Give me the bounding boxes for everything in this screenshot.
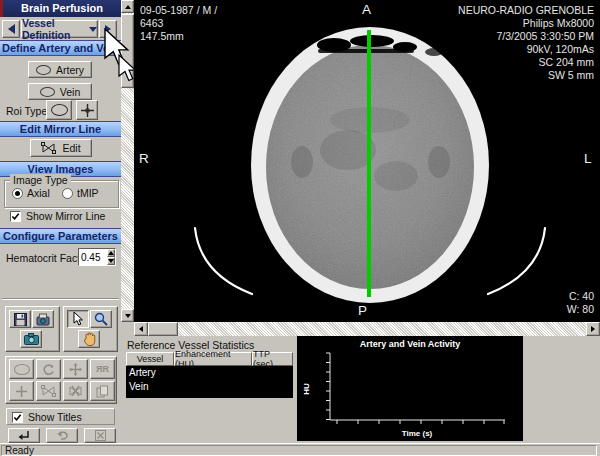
- scrollbar-thumb[interactable]: [148, 322, 178, 336]
- flip-button[interactable]: ЯR: [90, 359, 115, 379]
- mirror-line-button[interactable]: [36, 381, 61, 401]
- spin-up-icon[interactable]: [107, 249, 115, 257]
- window-level-info: C: 40 W: 80: [567, 290, 594, 316]
- chevron-down-icon: [89, 27, 97, 32]
- mirror-midline[interactable]: [367, 30, 371, 297]
- table-body: Artery Vein: [126, 366, 293, 398]
- image-type-legend: Image Type: [10, 174, 71, 186]
- show-mirror-line-checkbox[interactable]: Show Mirror Line: [10, 210, 105, 222]
- status-bar: Ready: [0, 443, 600, 456]
- arrow-left-icon: [8, 24, 15, 34]
- camera-icon: [24, 333, 39, 345]
- camera-button[interactable]: [20, 330, 42, 348]
- table-header-row: Vessel Enhancement (HU) TTP (sec): [126, 352, 293, 366]
- activity-chart: Artery and Vein Activity HU Time (s): [297, 336, 523, 441]
- orientation-anterior: A: [362, 2, 371, 17]
- brain-perfusion-window: Brain Perfusion Vessel Definition Define…: [0, 0, 600, 456]
- scroll-down-icon[interactable]: [121, 309, 134, 322]
- select-tool-button[interactable]: [67, 310, 89, 328]
- vein-button[interactable]: Vein: [28, 83, 92, 100]
- nav-prev-button[interactable]: [2, 20, 20, 38]
- undo-button[interactable]: [46, 428, 78, 443]
- panel-title-bar: Brain Perfusion: [0, 0, 121, 17]
- film-export-button[interactable]: [32, 310, 54, 328]
- radio-axial[interactable]: Axial: [12, 187, 50, 199]
- orientation-right: R: [139, 151, 149, 166]
- ellipse-icon: [36, 65, 51, 75]
- scroll-up-icon[interactable]: [121, 0, 134, 13]
- orientation-posterior: P: [358, 303, 367, 318]
- vessel-statistics-table: Vessel Enhancement (HU) TTP (sec) Artery…: [126, 352, 293, 398]
- undo-arrow-icon: [56, 430, 69, 441]
- vessel-definition-dropdown[interactable]: Vessel Definition: [21, 20, 98, 38]
- crosshair-icon: [81, 104, 94, 117]
- hematocrit-factor-label: Hematocrit Factor: [6, 252, 89, 264]
- crosshair-roi-button[interactable]: [9, 381, 34, 401]
- divider: [2, 298, 119, 300]
- mirror-delete-button[interactable]: [63, 381, 88, 401]
- roi-crosshair-button[interactable]: [76, 100, 98, 120]
- scroll-left-icon[interactable]: [134, 322, 148, 336]
- image-scrollbar-horizontal[interactable]: [134, 322, 600, 336]
- ellipse-roi-button[interactable]: [9, 359, 34, 379]
- hematocrit-spinner[interactable]: [78, 248, 116, 266]
- fov-arc-right: [488, 228, 545, 294]
- chart-title: Artery and Vein Activity: [360, 339, 461, 349]
- spin-down-icon[interactable]: [107, 257, 115, 265]
- edit-mirror-button[interactable]: Edit: [30, 139, 92, 157]
- chart-axes: [330, 353, 505, 420]
- show-titles-checkbox[interactable]: Show Titles: [12, 411, 82, 423]
- window-width: W: 80: [567, 303, 594, 316]
- copy-button[interactable]: [90, 381, 115, 401]
- patient-info: 09-05-1987 / M / 6463 147.5mm: [140, 4, 217, 43]
- ellipse-icon: [40, 87, 55, 97]
- radio-icon: [12, 188, 23, 199]
- column-header-ttp[interactable]: TTP (sec): [252, 352, 293, 366]
- mirror-delete-icon: [68, 385, 83, 397]
- y-axis-label: HU: [302, 383, 311, 395]
- move-button[interactable]: [63, 359, 88, 379]
- radio-tmip[interactable]: tMIP: [62, 187, 99, 199]
- ellipse-icon: [14, 364, 30, 375]
- pan-tool-button[interactable]: [78, 330, 100, 348]
- reset-view-button[interactable]: [8, 428, 40, 443]
- column-header-vessel[interactable]: Vessel: [126, 352, 174, 366]
- move-icon: [69, 363, 82, 376]
- section-header-configure-parameters: Configure Parameters: [0, 228, 121, 244]
- hematocrit-input[interactable]: [79, 249, 107, 265]
- scrollbar-thumb[interactable]: [121, 14, 134, 88]
- status-text: Ready: [5, 445, 34, 456]
- nav-next-button[interactable]: [99, 20, 117, 38]
- corner-arrow-icon: [18, 430, 30, 441]
- ct-image-viewport[interactable]: 09-05-1987 / M / 6463 147.5mm NEURO-RADI…: [134, 0, 600, 322]
- artery-button[interactable]: Artery: [28, 61, 92, 78]
- fov-arc-left: [195, 228, 252, 294]
- crosshair-icon: [15, 385, 28, 398]
- study-info: NEURO-RADIO GRENOBLE Philips Mx8000 7/3/…: [458, 4, 594, 82]
- floppy-icon: [14, 313, 27, 326]
- radio-icon: [62, 188, 73, 199]
- zoom-tool-button[interactable]: [90, 310, 112, 328]
- save-button[interactable]: [9, 310, 31, 328]
- magnifier-icon: [94, 312, 108, 326]
- orientation-left: L: [584, 151, 592, 166]
- mirror-edit-icon: [41, 142, 56, 154]
- roi-ellipse-button[interactable]: [46, 100, 72, 120]
- x-axis-label: Time (s): [402, 429, 433, 438]
- rotate-button[interactable]: [36, 359, 61, 379]
- sidebar-scrollbar[interactable]: [121, 0, 134, 322]
- delete-button[interactable]: [84, 428, 116, 443]
- cursor-arrow-icon: [73, 312, 84, 326]
- spinner-buttons[interactable]: [107, 249, 115, 265]
- table-row[interactable]: Artery: [126, 366, 293, 380]
- panel-title: Brain Perfusion: [21, 2, 103, 14]
- checkbox-icon: [10, 211, 21, 222]
- table-row[interactable]: Vein: [126, 380, 293, 394]
- film-print-icon: [36, 313, 50, 326]
- copy-pages-icon: [96, 385, 109, 398]
- checkbox-icon: [12, 412, 23, 423]
- flip-icon: ЯR: [96, 364, 109, 374]
- delete-x-icon: [95, 430, 106, 441]
- column-header-enhancement[interactable]: Enhancement (HU): [174, 352, 252, 366]
- scroll-right-icon[interactable]: [586, 322, 600, 336]
